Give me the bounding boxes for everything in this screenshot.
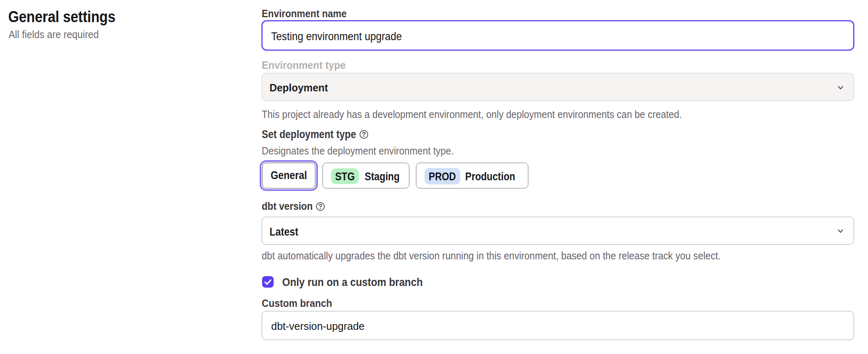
svg-text:?: ? bbox=[362, 131, 366, 138]
svg-text:?: ? bbox=[318, 203, 322, 210]
